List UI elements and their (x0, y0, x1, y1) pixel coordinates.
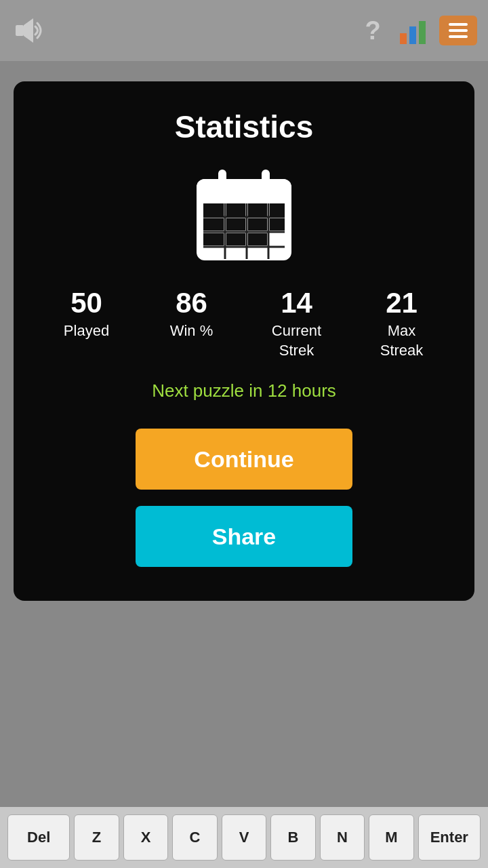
continue-button[interactable]: Continue (136, 429, 352, 490)
speaker-icon[interactable] (11, 12, 47, 49)
stat-played: 50 Played (34, 288, 139, 360)
svg-rect-17 (226, 203, 245, 217)
key-m[interactable]: M (369, 814, 413, 861)
key-c[interactable]: C (172, 814, 217, 861)
stat-win-label: Win % (170, 321, 214, 341)
stat-played-number: 50 (70, 288, 102, 319)
keyboard-row: Del Z X C V B N M Enter (0, 807, 488, 868)
top-bar: ? (0, 0, 488, 61)
svg-rect-4 (419, 21, 426, 44)
share-button[interactable]: Share (136, 506, 352, 567)
svg-rect-23 (270, 218, 285, 231)
svg-rect-21 (226, 218, 245, 231)
key-del[interactable]: Del (7, 814, 70, 861)
stat-max-number: 21 (386, 288, 418, 319)
svg-rect-0 (16, 25, 24, 36)
stat-win-pct: 86 Win % (139, 288, 244, 360)
key-n[interactable]: N (320, 814, 365, 861)
help-icon[interactable]: ? (358, 16, 388, 45)
svg-rect-2 (400, 33, 407, 44)
key-b[interactable]: B (270, 814, 315, 861)
stat-current-number: 14 (281, 288, 312, 319)
key-v[interactable]: V (222, 814, 266, 861)
key-z[interactable]: Z (74, 814, 119, 861)
next-puzzle-countdown: Next puzzle in 12 hours (152, 380, 336, 401)
stat-current-streak: 14 CurrentStrek (244, 288, 349, 360)
svg-rect-7 (197, 193, 291, 203)
svg-rect-19 (270, 203, 285, 217)
svg-rect-24 (203, 233, 224, 245)
svg-rect-16 (203, 203, 224, 217)
svg-rect-22 (248, 218, 267, 231)
statistics-modal: Statistics 50 Played (14, 81, 474, 601)
svg-marker-1 (24, 18, 33, 43)
svg-rect-26 (248, 233, 267, 245)
svg-rect-20 (203, 218, 224, 231)
stats-row: 50 Played 86 Win % 14 CurrentStrek 21 Ma… (34, 288, 454, 360)
stat-current-label: CurrentStrek (272, 321, 321, 360)
calendar-icon (190, 159, 298, 267)
svg-rect-25 (226, 233, 245, 245)
svg-rect-8 (218, 170, 226, 190)
stat-max-streak: 21 MaxStreak (349, 288, 454, 360)
key-x[interactable]: X (123, 814, 168, 861)
stat-played-label: Played (64, 321, 109, 341)
modal-title: Statistics (175, 108, 314, 145)
svg-rect-9 (262, 170, 270, 190)
stat-max-label: MaxStreak (380, 321, 424, 360)
stat-win-number: 86 (176, 288, 207, 319)
menu-icon[interactable] (439, 16, 477, 45)
svg-rect-18 (248, 203, 267, 217)
key-enter[interactable]: Enter (418, 814, 481, 861)
bar-chart-icon[interactable] (396, 13, 431, 48)
svg-rect-3 (409, 26, 416, 44)
